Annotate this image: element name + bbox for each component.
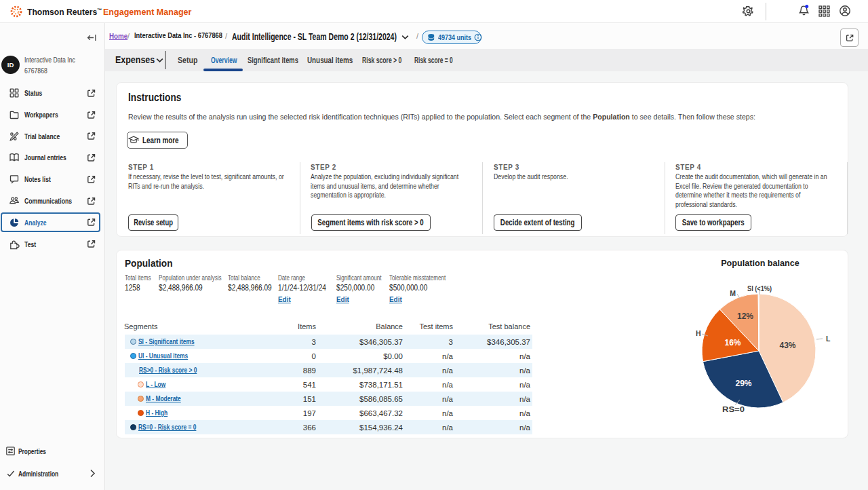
svg-text:L: L: [826, 335, 831, 343]
svg-text:H: H: [696, 329, 701, 337]
svg-text:12%: 12%: [737, 312, 753, 321]
svg-text:SI (<1%): SI (<1%): [747, 284, 772, 293]
svg-text:29%: 29%: [735, 379, 751, 388]
svg-text:M: M: [730, 289, 736, 297]
svg-text:43%: 43%: [779, 341, 795, 350]
svg-text:RS=0: RS=0: [722, 405, 745, 413]
svg-text:16%: 16%: [724, 338, 741, 347]
